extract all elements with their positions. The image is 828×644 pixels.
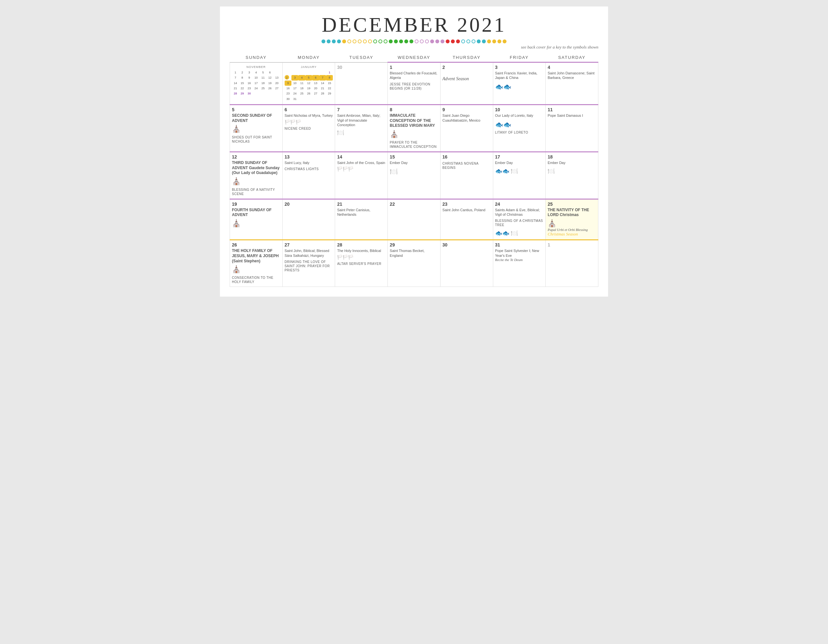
cell-dec-5: 5 SECOND SUNDAY OF ADVENT ⛪ SHOES OUT FO… xyxy=(230,105,283,152)
cell-dec-30: 30 xyxy=(440,240,493,287)
dec21-saint: Saint Peter Canisius, Netherlands xyxy=(337,208,370,216)
cell-dec-19: 19 FOURTH SUNDAY OF ADVENT ⛪ xyxy=(230,199,283,240)
dec28-banner: 🏳️🏳️🏳️ xyxy=(337,255,386,260)
cell-dec-14: 14 Saint John of the Cross, Spain 🏳️🏳️🏳️ xyxy=(335,152,388,199)
dec19-church-icon: ⛪ xyxy=(232,219,281,228)
dec17-icons: 🐟🐟 🍽️ xyxy=(495,168,544,175)
cell-nov-mini: NOVEMBER 123456 78910111213 141516171819… xyxy=(230,63,283,105)
calendar-table: SUNDAY MONDAY TUESDAY WEDNESDAY THURSDAY… xyxy=(230,53,598,287)
col-friday: FRIDAY xyxy=(493,53,546,63)
cell-dec-3: 3 Saint Francis Xavier, India, Japan & C… xyxy=(493,63,546,105)
dec31-saint: Pope Saint Sylvester I; New Year's Eve xyxy=(495,249,539,257)
dec13-activity: CHRISTMAS LIGHTS xyxy=(285,167,333,171)
dec5-name: SECOND SUNDAY OF ADVENT xyxy=(232,113,272,123)
table-row: 26 THE HOLY FAMILY OF JESUS, MARY & JOSE… xyxy=(230,240,598,287)
dec14-saint: Saint John of the Cross, Spain xyxy=(337,161,385,165)
cell-dec-21: 21 Saint Peter Canisius, Netherlands xyxy=(335,199,388,240)
dec13-saint: Saint Lucy, Italy xyxy=(285,161,309,165)
cell-jan-mini: JANUARY 1 2 3 4 5 6 7 xyxy=(282,63,335,105)
cell-dec-6: 6 Saint Nicholas of Myra, Turkey 🏳️🏳️🏳️ … xyxy=(282,105,335,152)
cell-dec-11: 11 Pope Saint Damasus I xyxy=(546,105,598,152)
cell-dec-13: 13 Saint Lucy, Italy CHRISTMAS LIGHTS xyxy=(282,152,335,199)
cell-jan-1: 1 xyxy=(546,240,598,287)
dec24-icons: 🐟🐟 🍽️ xyxy=(495,230,544,237)
dec12-church-icon: ⛪ xyxy=(232,177,281,186)
dec8-activity: PRAYER TO THE IMMACULATE CONCEPTION xyxy=(390,140,438,149)
dec12-activity: BLESSING OF A NATIVITY SCENE xyxy=(232,188,281,196)
cell-dec-15: 15 Ember Day 🍽️ xyxy=(388,152,441,199)
dec9-saint: Saint Juan Diego Cuauhtlatoatzin, Mexico xyxy=(442,114,480,122)
cell-dec-16: 16 CHRISTMAS NOVENA BEGINS xyxy=(440,152,493,199)
cell-dec-27: 27 Saint John, Biblical; Blessed Sára Sa… xyxy=(282,240,335,287)
cell-dec-25: 25 THE NATIVITY OF THE LORD Christmas ⛪ … xyxy=(546,199,598,240)
dec1-activity: JESSE TREE DEVOTION BEGINS (OR 11/28) xyxy=(390,82,438,91)
calendar-page: DECEMBER 2021 xyxy=(220,6,608,297)
cell-dec-28: 28 The Holy Innocents, Biblical 🏳️🏳️🏳️ A… xyxy=(335,240,388,287)
dec10-saint: Our Lady of Loreto, Italy xyxy=(495,114,533,118)
cell-dec-30: 30 xyxy=(335,63,388,105)
cell-dec-4: 4 Saint John Damascene; Saint Barbara, G… xyxy=(546,63,598,105)
dec27-activity: DRINKING THE LOVE OF SAINT JOHN: PRAYER … xyxy=(285,260,333,273)
dec18-icons: 🍽️ xyxy=(547,168,596,175)
dec23-saint: Saint John Cantius, Poland xyxy=(442,208,486,212)
dec8-name: IMMACULATE CONCEPTION OF THE BLESSED VIR… xyxy=(390,113,435,128)
cell-dec-7: 7 Saint Ambrose, Milan, Italy; Vigil of … xyxy=(335,105,388,152)
dec12-name: THIRD SUNDAY OF ADVENT Gaudete Sunday (O… xyxy=(232,160,279,175)
mini-cal-title: NOVEMBER xyxy=(232,65,281,69)
dec5-church-icon: ⛪ xyxy=(232,125,281,133)
dec27-saint: Saint John, Biblical; Blessed Sára Salka… xyxy=(285,249,329,257)
dec10-activity: LITANY OF LORETO xyxy=(495,130,544,135)
dec10-fish: 🐟🐟 xyxy=(495,121,544,128)
back-cover-note: see back cover for a key to the symbols … xyxy=(230,45,598,50)
dec14-banner: 🏳️🏳️🏳️ xyxy=(337,166,386,171)
page-title: DECEMBER 2021 xyxy=(230,13,598,37)
cell-dec-17: 17 Ember Day 🐟🐟 🍽️ xyxy=(493,152,546,199)
dec6-activity: NICENE CREED xyxy=(285,127,333,131)
dec19-name: FOURTH SUNDAY OF ADVENT xyxy=(232,208,272,217)
dec1-saint: Blessed Charles de Foucauld, Algeria xyxy=(390,71,437,80)
dec29-saint: Saint Thomas Becket, England xyxy=(390,249,424,257)
cell-dec-9: 9 Saint Juan Diego Cuauhtlatoatzin, Mexi… xyxy=(440,105,493,152)
dec28-saint: The Holy Innocents, Biblical xyxy=(337,249,381,252)
cell-dec-29: 29 Saint Thomas Becket, England xyxy=(388,240,441,287)
col-tuesday: TUESDAY xyxy=(335,53,388,63)
dec15-plate: 🍽️ xyxy=(390,168,438,175)
dec3-saint: Saint Francis Xavier, India, Japan & Chi… xyxy=(495,71,538,80)
cell-dec-8: 8 IMMACULATE CONCEPTION OF THE BLESSED V… xyxy=(388,105,441,152)
dec31-activity: Recite the Te Deum xyxy=(495,258,544,262)
dec8-church-icon: ⛪ xyxy=(390,130,438,138)
dec26-activity: CONSECRATION TO THE HOLY FAMILY xyxy=(232,276,281,284)
dec24-saint: Saints Adam & Eve, Biblical; Vigil of Ch… xyxy=(495,208,540,216)
table-row: 12 THIRD SUNDAY OF ADVENT Gaudete Sunday… xyxy=(230,152,598,199)
dots-decoration xyxy=(230,39,598,43)
dec18-name: Ember Day xyxy=(547,161,565,165)
dec24-activity: BLESSING OF A CHRISTMAS TREE xyxy=(495,219,544,227)
cell-dec-22: 22 xyxy=(388,199,441,240)
cell-dec-26: 26 THE HOLY FAMILY OF JESUS, MARY & JOSE… xyxy=(230,240,283,287)
cell-dec-20: 20 xyxy=(282,199,335,240)
mini-jan-title: JANUARY xyxy=(285,65,333,69)
dec26-name: THE HOLY FAMILY OF JESUS, MARY & JOSEPH … xyxy=(232,248,279,263)
cell-dec-24: 24 Saints Adam & Eve, Biblical; Vigil of… xyxy=(493,199,546,240)
col-sunday: SUNDAY xyxy=(230,53,283,63)
dec5-activity: SHOES OUT FOR SAINT NICHOLAS xyxy=(232,135,281,144)
table-row: 5 SECOND SUNDAY OF ADVENT ⛪ SHOES OUT FO… xyxy=(230,105,598,152)
cell-dec-2: 2 Advent Season xyxy=(440,63,493,105)
cell-dec-31: 31 Pope Saint Sylvester I; New Year's Ev… xyxy=(493,240,546,287)
cell-dec-10: 10 Our Lady of Loreto, Italy 🐟🐟 LITANY O… xyxy=(493,105,546,152)
table-row: 19 FOURTH SUNDAY OF ADVENT ⛪ 20 21 Saint… xyxy=(230,199,598,240)
dec3-fish: 🐟🐟 xyxy=(495,83,544,91)
col-saturday: SATURDAY xyxy=(546,53,598,63)
table-row: NOVEMBER 123456 78910111213 141516171819… xyxy=(230,63,598,105)
cell-dec-1: 1 Blessed Charles de Foucauld, Algeria J… xyxy=(388,63,441,105)
dec15-name: Ember Day xyxy=(390,161,408,165)
advent-season-text: Advent Season xyxy=(442,76,491,81)
cell-dec-12: 12 THIRD SUNDAY OF ADVENT Gaudete Sunday… xyxy=(230,152,283,199)
cell-dec-18: 18 Ember Day 🍽️ xyxy=(546,152,598,199)
dec25-season: Christmas Season xyxy=(547,232,596,237)
dec4-saint: Saint John Damascene; Saint Barbara, Gre… xyxy=(547,71,594,80)
dec7-icons: 🍽️ xyxy=(337,129,386,136)
dec16-activity: CHRISTMAS NOVENA BEGINS xyxy=(442,161,491,170)
dec7-saint: Saint Ambrose, Milan, Italy; Vigil of Im… xyxy=(337,114,380,127)
col-thursday: THURSDAY xyxy=(440,53,493,63)
